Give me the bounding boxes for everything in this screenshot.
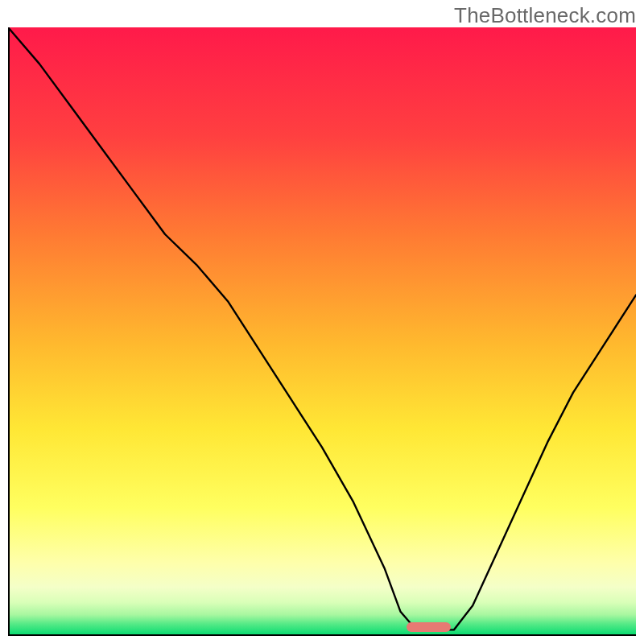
plot-area [8,27,636,636]
chart-canvas: TheBottleneck.com [0,0,644,644]
sweet-spot-marker [407,622,451,632]
chart-svg [8,27,636,636]
watermark-text: TheBottleneck.com [454,3,636,28]
gradient-background [8,27,636,636]
